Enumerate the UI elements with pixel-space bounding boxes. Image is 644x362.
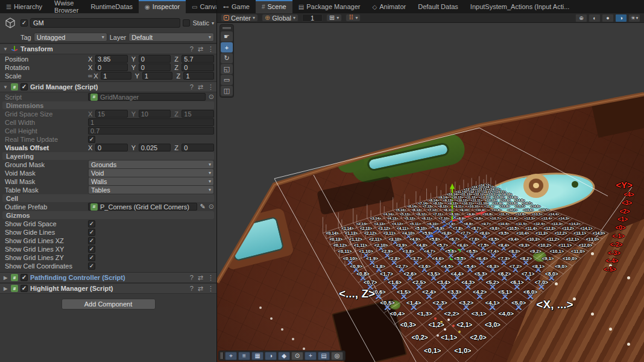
scene-audio-toggle[interactable]: ◐ [589,14,601,22]
search-button[interactable]: ⊙ [291,352,303,360]
presets-icon[interactable]: ⇄ [198,45,203,53]
camera-overlay-button[interactable]: ▤ [318,352,330,360]
view-tool-button[interactable]: ☛ [221,31,233,42]
gizmo-select-button[interactable]: ⌖ [225,352,237,360]
gameobject-name-field[interactable]: GM [30,18,180,28]
presets-icon[interactable]: ⇄ [198,83,203,91]
tag-dropdown[interactable]: Untagged ▾ [34,33,107,42]
scene-bottom-overlay: ⌖ ≡ ▦ ◑ ◆ ⊙ + ▤ ◎ [218,351,346,361]
orientation-dropdown[interactable]: ⊕ Global ▾ [262,14,298,22]
position-y-field[interactable]: 0 [139,55,171,63]
static-checkbox[interactable] [183,19,190,27]
wall-mask-dropdown[interactable]: Walls▾ [88,177,214,186]
visuals-offset-x-field[interactable]: 0 [95,144,128,151]
kebab-icon[interactable]: ⋮ [207,274,214,282]
grid-button[interactable]: ▦ [251,352,264,360]
scale-tool-button[interactable]: ◱ [221,64,233,74]
layer-dropdown[interactable]: Default ▾ [128,33,214,42]
tab-inspector[interactable]: ◉ Inspector [139,0,186,13]
table-mask-dropdown[interactable]: Tables▾ [88,185,214,194]
right-tabbar: ⊷ Game # Scene ▤ Package Manager ◇ Anima… [217,0,644,13]
tab-package-manager[interactable]: ▤ Package Manager [292,0,367,13]
snap-increment-field[interactable]: 1 [302,14,323,22]
overlay-drag-handle[interactable] [223,27,231,29]
foldout-icon[interactable]: ▼ [2,46,8,52]
move-tool-button[interactable]: + [221,42,233,52]
rect-tool-button[interactable]: ▭ [221,75,233,85]
foldout-icon[interactable]: ▶ [2,286,8,291]
show-grid-lines-xz-checkbox[interactable]: ✓ [88,237,95,244]
help-icon[interactable]: ? [190,274,194,282]
grid-manager-header[interactable]: ▼ # ✓ Grid Manager (Script) ? ⇄ ⋮ [0,81,216,92]
grid-visibility-dropdown[interactable]: ⠿ ▾ [346,14,361,22]
scene-lighting-toggle[interactable]: ⊕ [575,14,587,22]
scale-x-field[interactable]: 1 [101,72,131,80]
ground-mask-dropdown[interactable]: Grounds▾ [88,160,214,169]
transform-header[interactable]: ▼ Transform ? ⇄ ⋮ [0,43,216,54]
help-icon[interactable]: ? [190,83,194,91]
component-enabled-checkbox[interactable]: ✓ [21,285,28,292]
tab-scene[interactable]: # Scene [256,0,292,13]
object-picker-icon[interactable]: ⊙ [209,203,214,211]
orientation-overlay-button[interactable]: ◎ [331,352,343,360]
gameobject-enabled-checkbox[interactable]: ✓ [21,19,28,27]
rotation-x-field[interactable]: 0 [95,63,128,71]
show-cell-coordinates-checkbox[interactable]: ✓ [88,262,95,270]
position-x-field[interactable]: 3.85 [95,55,128,63]
nodes-button[interactable]: ◆ [278,352,290,360]
component-enabled-checkbox[interactable]: ✓ [21,274,28,281]
tab-default-datas[interactable]: Default Datas [412,0,464,13]
scale-y-field[interactable]: 1 [142,72,173,80]
tab-wwise-browser[interactable]: Wwise Browser [48,0,84,13]
rotation-z-field[interactable]: 0 [182,63,214,71]
void-mask-dropdown[interactable]: Void▾ [88,168,214,177]
scene-viewport[interactable]: <0,14><1,14><2,14><3,14><4,14><5,14><6,1… [217,23,644,362]
tab-hierarchy[interactable]: ☰ Hierarchy [0,0,48,13]
pivot-mode-dropdown[interactable]: Center ▾ [221,14,258,22]
highlight-manager-header[interactable]: ▶ # ✓ Highlight Manager (Script) ? ⇄ ⋮ [0,283,216,294]
static-dropdown-arrow[interactable]: ▾ [212,21,214,26]
tab-inputsystem-actions[interactable]: InputSystem_Actions (Input Acti... [464,0,575,13]
foldout-icon[interactable]: ▼ [2,84,8,90]
field-label: Script [5,94,88,101]
rotation-y-field[interactable]: 0 [139,63,171,71]
link-scale-icon[interactable]: ∞ [88,72,92,79]
gizmos-icon: ☀ [631,15,636,21]
move-overlay-button[interactable]: + [305,352,317,360]
kebab-icon[interactable]: ⋮ [207,285,214,293]
help-icon[interactable]: ? [190,45,194,53]
visuals-offset-z-field[interactable]: 0 [182,144,214,151]
show-grid-lines-zy-checkbox[interactable]: ✓ [88,254,95,261]
visuals-offset-y-field[interactable]: 0.025 [139,144,171,151]
kebab-icon[interactable]: ⋮ [207,83,214,91]
overlay-drag-handle[interactable] [221,352,223,359]
outline-prefab-field[interactable]: # P_Corners (Grid Cell Corners) [88,203,197,211]
presets-icon[interactable]: ⇄ [198,274,203,282]
add-component-button[interactable]: Add Component [62,299,156,310]
gizmos-dropdown[interactable]: ☀▾ [628,14,640,22]
scene-fx-toggle[interactable]: ● [602,14,614,22]
layers-button[interactable]: ≡ [238,352,250,360]
show-gide-lines-checkbox[interactable]: ✓ [88,229,95,236]
transform-tool-button[interactable]: ◫ [221,86,233,96]
presets-icon[interactable]: ⇄ [198,285,203,293]
show-grid-space-checkbox[interactable]: ✓ [88,220,95,227]
tab-game[interactable]: ⊷ Game [217,0,256,13]
tab-animator[interactable]: ◇ Animator [366,0,412,13]
tab-runtimedatas[interactable]: RuntimeDatas [84,0,139,13]
object-picker-icon[interactable]: ⊙ [209,93,214,101]
scale-z-field[interactable]: 1 [183,72,214,80]
render-mode-button[interactable]: ◑ [265,352,277,360]
rotate-tool-button[interactable]: ↻ [221,53,233,63]
help-icon[interactable]: ? [190,285,194,293]
component-enabled-checkbox[interactable]: ✓ [21,83,28,91]
tag-label: Tag [21,34,31,41]
edit-pencil-icon[interactable]: ✎ [200,203,206,211]
kebab-icon[interactable]: ⋮ [207,45,214,53]
snap-settings-dropdown[interactable]: ⊞ ▾ [326,14,342,22]
position-z-field[interactable]: 5.7 [182,55,214,63]
show-grid-lines-xy-checkbox[interactable]: ✓ [88,246,95,253]
scene-visibility-toggle[interactable]: ◑ [615,14,627,22]
pathfinding-controller-header[interactable]: ▶ # ✓ Pathfinding Controller (Script) ? … [0,272,216,283]
foldout-icon[interactable]: ▶ [2,275,8,281]
